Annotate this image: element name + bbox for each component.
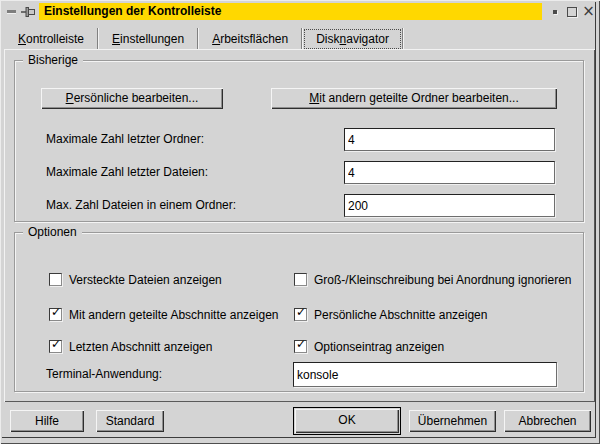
tab-separator [402, 28, 404, 49]
group-optionen: Optionen Versteckte Dateien anzeigen Gro… [14, 232, 584, 392]
help-button[interactable]: Hilfe [10, 410, 84, 432]
pin-icon[interactable] [20, 3, 37, 20]
checkbox-hidden-files-label[interactable]: Versteckte Dateien anzeigen [69, 273, 222, 287]
check-icon: ✓ [51, 338, 61, 351]
group-title: Optionen [23, 225, 82, 240]
window-title: Einstellungen der Kontrolleiste [39, 3, 542, 20]
cancel-button[interactable]: Abbrechen [504, 410, 591, 432]
menu-dash-icon [7, 10, 16, 13]
checkbox-shared-sections[interactable]: ✓ [49, 308, 62, 321]
iconify-dot-icon [553, 10, 557, 14]
ok-button[interactable]: OK [295, 409, 399, 433]
checkbox-options-entry[interactable]: ✓ [294, 340, 307, 353]
default-button[interactable]: Standard [96, 410, 164, 432]
maximize-square-icon [567, 7, 577, 17]
settings-window: Einstellungen der Kontrolleiste × Kontro… [0, 0, 600, 444]
titlebar: Einstellungen der Kontrolleiste × [3, 3, 597, 20]
check-icon: ✓ [51, 306, 61, 319]
max-recent-files-input[interactable] [344, 161, 555, 184]
max-files-per-folder-input[interactable] [344, 194, 555, 217]
group-title: Bisherige [23, 53, 83, 68]
max-recent-folders-label: Maximale Zahl letzter Ordner: [46, 128, 204, 151]
terminal-application-label: Terminal-Anwendung: [46, 362, 162, 387]
maximize-icon[interactable] [563, 3, 580, 20]
checkbox-personal-sections[interactable]: ✓ [294, 308, 307, 321]
tab-kontrolleiste[interactable]: Kontrolleiste [6, 29, 96, 49]
check-icon: ✓ [296, 338, 306, 351]
checkbox-shared-sections-label[interactable]: Mit andern geteilte Abschnitte anzeigen [69, 308, 278, 322]
max-recent-folders-input[interactable] [344, 128, 555, 151]
group-bisherige: Bisherige Persönliche bearbeiten... Mit … [14, 60, 584, 222]
checkbox-hidden-files[interactable] [49, 273, 62, 286]
pushpin-icon [21, 6, 37, 18]
tab-disknavigator[interactable]: Disknavigator [304, 29, 401, 49]
checkbox-ignore-case[interactable] [294, 273, 307, 286]
tab-einstellungen[interactable]: Einstellungen [100, 29, 196, 49]
tab-separator [97, 28, 99, 49]
apply-button[interactable]: Übernehmen [409, 410, 496, 432]
ok-button-default-frame: OK [293, 407, 401, 435]
tab-content-panel: Bisherige Persönliche bearbeiten... Mit … [4, 49, 595, 402]
edit-shared-folders-button[interactable]: Mit andern geteilte Ordner bearbeiten... [271, 88, 557, 109]
checkbox-recent-section-label[interactable]: Letzten Abschnitt anzeigen [69, 340, 212, 354]
tab-separator [197, 28, 199, 49]
checkbox-options-entry-label[interactable]: Optionseintrag anzeigen [314, 340, 444, 354]
checkbox-recent-section[interactable]: ✓ [49, 340, 62, 353]
terminal-application-input[interactable] [293, 362, 557, 387]
tab-separator [301, 28, 303, 49]
minimize-icon[interactable] [546, 3, 563, 20]
tab-arbeitsflaechen[interactable]: Arbeitsflächen [200, 29, 300, 49]
max-recent-files-label: Maximale Zahl letzter Dateien: [46, 161, 208, 184]
tabbar: Kontrolleiste Einstellungen Arbeitsfläch… [6, 27, 405, 50]
checkbox-personal-sections-label[interactable]: Persönliche Abschnitte anzeigen [314, 308, 487, 322]
edit-personal-button[interactable]: Persönliche bearbeiten... [41, 88, 223, 109]
window-menu-icon[interactable] [3, 3, 20, 20]
checkbox-ignore-case-label[interactable]: Groß-/Kleinschreibung bei Anordnung igno… [314, 273, 572, 287]
max-files-per-folder-label: Max. Zahl Dateien in einem Ordner: [46, 194, 236, 217]
check-icon: ✓ [296, 306, 306, 319]
close-icon[interactable]: × [580, 3, 597, 20]
